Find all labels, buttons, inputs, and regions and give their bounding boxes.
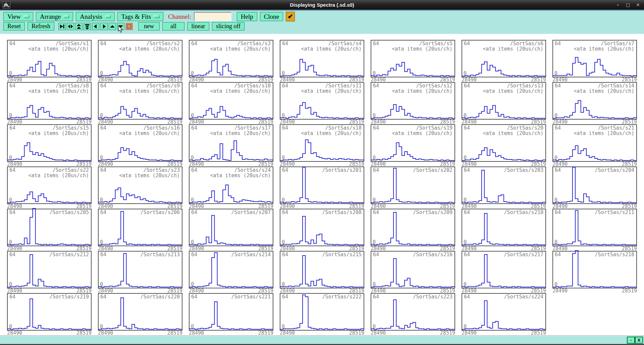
spectrum-plot-s222[interactable]: 64/SortSas/s22202849028519	[280, 293, 364, 335]
y-zero-label: 0	[554, 197, 557, 203]
spectrum-plot-s22[interactable]: 64/SortSas/s22<ata items (20us/ch)028490…	[7, 166, 92, 209]
all-button[interactable]: all	[162, 22, 184, 30]
step-right-button[interactable]	[100, 23, 108, 30]
menu-view[interactable]: View	[3, 12, 33, 21]
spectrum-plot-s210[interactable]: 64/SortSas/s21002849028519	[462, 209, 546, 251]
plot-title: /SortSas/s7	[601, 41, 634, 46]
spectrum-plot-s202[interactable]: 64/SortSas/s20202849028519	[371, 166, 455, 209]
spectrum-plot-s19[interactable]: 64/SortSas/s19<ata items (20us/ch)028490…	[371, 124, 455, 166]
help-button[interactable]: Help	[237, 12, 257, 21]
spectrum-plot-s224[interactable]: 64/SortSas/s22402849028519	[462, 293, 546, 335]
display-toggle-button[interactable]	[125, 23, 133, 30]
clone-button[interactable]: Clone	[260, 12, 283, 21]
spectrum-plot-s16[interactable]: 64/SortSas/s16<ata items (20us/ch)028490…	[98, 124, 182, 166]
menu-tags-fits[interactable]: Tags & Fits	[117, 12, 163, 21]
spectrum-plot-s6[interactable]: 64/SortSas/s6<ata items (20us/ch)0284902…	[462, 40, 546, 82]
spectrum-plot-s218[interactable]: 64/SortSas/s21802849028519	[552, 251, 637, 293]
plot-title: /SortSas/s8	[56, 83, 89, 88]
statusbar-minimize-button[interactable]: -	[627, 337, 635, 343]
spectrum-plot-s201[interactable]: 64/SortSas/s20102849028519	[280, 166, 364, 209]
double-down-button[interactable]	[84, 23, 91, 30]
y-max-label: 64	[282, 294, 288, 299]
x-max-label: 28519	[76, 77, 92, 82]
spectrum-plot-s21[interactable]: 64/SortSas/s21<ata items (20us/ch)028490…	[552, 124, 637, 166]
step-up-button[interactable]	[109, 23, 116, 30]
spectrum-plot-s9[interactable]: 64/SortSas/s9<ata items (20us/ch)0284902…	[98, 82, 182, 124]
spectrum-plot-s1[interactable]: 64/SortSas/s1<ata items (20us/ch)0284902…	[7, 40, 92, 82]
spectrum-plot-s206[interactable]: 64/SortSas/s20602849028519	[98, 209, 182, 251]
spectrum-plot-s3[interactable]: 64/SortSas/s3<ata items (20us/ch)0284902…	[189, 40, 273, 82]
y-zero-label: 0	[191, 282, 194, 287]
plot-box: 64/SortSas/s2220	[280, 293, 364, 331]
channel-input[interactable]	[194, 12, 231, 21]
spectrum-plot-s18[interactable]: 64/SortSas/s18<ata items (20us/ch)028490…	[280, 124, 364, 166]
spectrum-plot-s8[interactable]: 64/SortSas/s8<ata items (20us/ch)0284902…	[7, 82, 92, 124]
minimize-icon[interactable]: –	[615, 2, 621, 7]
plot-subtitle: <ata items (20us/ch)	[483, 88, 543, 94]
spectrum-plot-s10[interactable]: 64/SortSas/s10<ata items (20us/ch)028490…	[189, 82, 273, 124]
y-zero-label: 0	[464, 324, 467, 329]
x-min-label: 28490	[7, 120, 22, 124]
plot-box: 64/SortSas/s16<ata items (20us/ch)0	[98, 124, 182, 162]
new-button[interactable]: new	[138, 22, 160, 30]
spectrum-plot-s221[interactable]: 64/SortSas/s22102849028519	[189, 293, 273, 335]
spectrum-plot-s216[interactable]: 64/SortSas/s21602849028519	[371, 251, 455, 293]
spectrum-plot-s213[interactable]: 64/SortSas/s21302849028519	[98, 251, 182, 293]
x-max-label: 28519	[167, 204, 182, 209]
spectrum-plot-s2[interactable]: 64/SortSas/s2<ata items (20us/ch)0284902…	[98, 40, 182, 82]
x-max-label: 28519	[531, 120, 546, 124]
expand-horizontal-button[interactable]	[67, 23, 74, 30]
tags-check-button[interactable]: ✔	[286, 12, 295, 21]
spectrum-plot-s14[interactable]: 64/SortSas/s14<ata items (20us/ch)028490…	[552, 82, 637, 124]
step-left-button[interactable]	[92, 23, 99, 30]
spectrum-plot-s203[interactable]: 64/SortSas/s20302849028519	[462, 166, 546, 209]
spectrum-plot-s12[interactable]: 64/SortSas/s12<ata items (20us/ch)028490…	[371, 82, 455, 124]
spectrum-plot-s208[interactable]: 64/SortSas/s20802849028519	[280, 209, 364, 251]
spectrum-plot-s11[interactable]: 64/SortSas/s11<ata items (20us/ch)028490…	[280, 82, 364, 124]
plot-subtitle: <ata items (20us/ch)	[483, 131, 543, 136]
x-max-label: 28519	[622, 120, 637, 124]
toolbar-row-1: View Arrange Analysis Tags & Fits Channe…	[3, 12, 295, 21]
spectrum-plot-s211[interactable]: 64/SortSas/s21102849028519	[552, 209, 637, 251]
spectrum-plot-s217[interactable]: 64/SortSas/s21702849028519	[462, 251, 546, 293]
maximize-icon[interactable]: □	[625, 2, 631, 7]
y-max-label: 64	[373, 167, 379, 173]
double-up-button[interactable]	[75, 23, 83, 30]
menu-analysis[interactable]: Analysis	[76, 12, 115, 21]
reset-button[interactable]: Reset	[3, 22, 25, 30]
linear-button[interactable]: linear	[187, 22, 209, 30]
spectrum-plot-s220[interactable]: 64/SortSas/s22002849028519	[98, 293, 182, 335]
plot-box: 64/SortSas/s2020	[371, 166, 455, 204]
slicing-button[interactable]: slicing off	[212, 22, 245, 30]
statusbar-close-button[interactable]: X	[635, 337, 643, 343]
spectrum-plot-s17[interactable]: 64/SortSas/s17<ata items (20us/ch)028490…	[189, 124, 273, 166]
x-axis-labels: 2849028519	[98, 120, 182, 124]
spectrum-plot-s24[interactable]: 64/SortSas/s24<ata items (20us/ch)028490…	[189, 166, 273, 209]
spectrum-plot-s4[interactable]: 64/SortSas/s4<ata items (20us/ch)0284902…	[280, 40, 364, 82]
spectrum-plot-s5[interactable]: 64/SortSas/s5<ata items (20us/ch)0284902…	[371, 40, 455, 82]
close-icon[interactable]: ✕	[635, 2, 641, 7]
spectrum-plot-s212[interactable]: 64/SortSas/s21202849028519	[7, 251, 92, 293]
plot-box: 64/SortSas/s2080	[280, 209, 364, 246]
x-max-label: 28519	[258, 162, 273, 166]
x-min-label: 28490	[371, 204, 386, 209]
spectrum-plot-s215[interactable]: 64/SortSas/s21502849028519	[280, 251, 364, 293]
spectrum-plot-s15[interactable]: 64/SortSas/s15<ata items (20us/ch)028490…	[7, 124, 92, 166]
refresh-button[interactable]: Refresh	[28, 22, 54, 30]
spectrum-plot-s223[interactable]: 64/SortSas/s22302849028519	[371, 293, 455, 335]
spectrum-plot-s23[interactable]: 64/SortSas/s23<ata items (20us/ch)028490…	[98, 166, 182, 209]
skip-to-end-button[interactable]	[58, 23, 66, 30]
spectrum-plot-s219[interactable]: 64/SortSas/s21902849028519	[7, 293, 92, 335]
spectrum-plot-s205[interactable]: 64/SortSas/s20502849028519	[7, 209, 92, 251]
spectrum-plot-s214[interactable]: 64/SortSas/s21402849028519	[189, 251, 273, 293]
spectrum-plot-s204[interactable]: 64/SortSas/s20402849028519	[552, 166, 637, 209]
spectrum-plot-s20[interactable]: 64/SortSas/s20<ata items (20us/ch)028490…	[462, 124, 546, 166]
spectrum-plot-s209[interactable]: 64/SortSas/s20902849028519	[371, 209, 455, 251]
menu-arrange[interactable]: Arrange	[36, 12, 73, 21]
y-max-label: 64	[100, 252, 106, 257]
spectrum-plot-s7[interactable]: 64/SortSas/s7<ata items (20us/ch)0284902…	[552, 40, 637, 82]
spectrum-plot-s207[interactable]: 64/SortSas/s20702849028519	[189, 209, 273, 251]
plot-title: /SortSas/s6	[510, 41, 543, 46]
y-max-label: 64	[100, 294, 106, 299]
spectrum-plot-s13[interactable]: 64/SortSas/s13<ata items (20us/ch)028490…	[462, 82, 546, 124]
